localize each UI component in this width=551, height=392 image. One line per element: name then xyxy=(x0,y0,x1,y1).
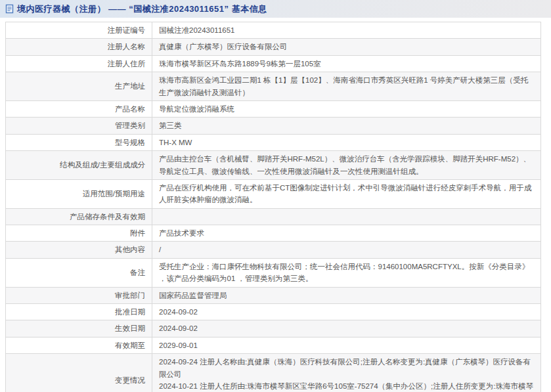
table-row: 产品名称 导航定位微波消融系统 xyxy=(6,100,541,117)
change-history-line-2: 2024-10-21 注册人住所由:珠海市横琴新区宝华路6号105室-75274… xyxy=(159,380,534,392)
row-label-approval-department: 审批部门 xyxy=(6,287,152,303)
row-label-cert-number: 注册证编号 xyxy=(6,22,152,39)
row-label-model-spec: 型号规格 xyxy=(6,134,152,150)
row-value-product-name: 导航定位微波消融系统 xyxy=(152,100,541,117)
row-value-other-content: / xyxy=(152,242,541,258)
row-label-effective-date: 生效日期 xyxy=(6,320,152,337)
page-title: 境内医疗器械（注册） —— “国械注准20243011651” 基本信息 xyxy=(17,3,267,15)
table-row: 附件 产品技术要求 xyxy=(6,225,541,242)
table-row: 生效日期 2024-09-02 xyxy=(6,320,541,337)
table-row: 适用范围/预期用途 产品在医疗机构使用，可在术前基于CT图像制定进针计划，术中引… xyxy=(6,179,541,208)
table-row: 备注 受托生产企业：海口康怀生物科技有限公司；统一社会信用代码：91460100… xyxy=(6,258,541,287)
row-value-remarks: 受托生产企业：海口康怀生物科技有限公司；统一社会信用代码：91460100MA5… xyxy=(152,258,541,287)
row-label-remarks: 备注 xyxy=(6,258,152,287)
registration-info-table: 注册证编号 国械注准20243011651 注册人名称 真健康（广东横琴）医疗设… xyxy=(5,22,541,392)
row-value-intended-use: 产品在医疗机构使用，可在术前基于CT图像制定进针计划，术中引导微波消融针进行经皮… xyxy=(152,179,541,208)
table-row: 审批部门 国家药品监督管理局 xyxy=(6,287,541,303)
row-label-production-address: 生产地址 xyxy=(6,72,152,101)
row-label-expiry-date: 有效期至 xyxy=(6,337,152,353)
row-value-management-class: 第三类 xyxy=(152,118,541,134)
row-label-attachment: 附件 xyxy=(6,225,152,242)
row-value-approval-date: 2024-09-02 xyxy=(152,304,541,320)
row-value-registrant-address: 珠海市横琴新区环岛东路1889号9栋第一层105室 xyxy=(152,55,541,72)
row-label-change-history: 变更情况 xyxy=(6,354,152,392)
row-label-registrant-address: 注册人住所 xyxy=(6,55,152,72)
row-value-approval-department: 国家药品监督管理局 xyxy=(152,287,541,303)
row-label-approval-date: 批准日期 xyxy=(6,304,152,320)
row-value-cert-number: 国械注准20243011651 xyxy=(152,22,541,39)
row-value-structure-composition: 产品由主控台车（含机械臂、脚踏开关HRF-M52L）、微波治疗台车（含光学跟踪模… xyxy=(152,151,541,180)
change-history-line-1: 2024-09-24 注册人名称由:真健康（珠海）医疗科技有限公司;注册人名称变… xyxy=(159,356,534,380)
row-label-storage-conditions: 产品储存条件及有效期 xyxy=(6,208,152,225)
row-value-effective-date: 2024-09-02 xyxy=(152,320,541,337)
table-row: 产品储存条件及有效期 xyxy=(6,208,541,225)
row-label-management-class: 管理类别 xyxy=(6,118,152,134)
table-row: 生产地址 珠海市高新区金鸿工业园二期1 栋【1】层【102】、海南省海口市秀英区… xyxy=(6,72,541,101)
row-label-intended-use: 适用范围/预期用途 xyxy=(6,179,152,208)
table-row: 有效期至 2029-09-01 xyxy=(6,337,541,353)
table-row: 批准日期 2024-09-02 xyxy=(6,304,541,320)
row-value-registrant-name: 真健康（广东横琴）医疗设备有限公司 xyxy=(152,39,541,55)
table-row: 其他内容 / xyxy=(6,242,541,258)
row-label-product-name: 产品名称 xyxy=(6,100,152,117)
row-label-structure-composition: 结构及组成/主要组成成分 xyxy=(6,151,152,180)
row-value-production-address: 珠海市高新区金鸿工业园二期1 栋【1】层【102】、海南省海口市秀英区兴旺路1 … xyxy=(152,72,541,101)
table-row: 变更情况 2024-09-24 注册人名称由:真健康（珠海）医疗科技有限公司;注… xyxy=(6,354,541,392)
row-value-attachment: 产品技术要求 xyxy=(152,225,541,242)
row-value-model-spec: TH-X MW xyxy=(152,134,541,150)
row-value-storage-conditions xyxy=(152,208,541,225)
row-label-other-content: 其他内容 xyxy=(6,242,152,258)
row-label-registrant-name: 注册人名称 xyxy=(6,39,152,55)
row-value-expiry-date: 2029-09-01 xyxy=(152,337,541,353)
table-row: 型号规格 TH-X MW xyxy=(6,134,541,150)
row-value-change-history: 2024-09-24 注册人名称由:真健康（珠海）医疗科技有限公司;注册人名称变… xyxy=(152,354,541,392)
table-row: 注册证编号 国械注准20243011651 xyxy=(6,22,541,39)
table-row: 结构及组成/主要组成成分 产品由主控台车（含机械臂、脚踏开关HRF-M52L）、… xyxy=(6,151,541,180)
page-header: 境内医疗器械（注册） —— “国械注准20243011651” 基本信息 xyxy=(0,0,551,18)
table-row: 注册人名称 真健康（广东横琴）医疗设备有限公司 xyxy=(6,39,541,55)
document-icon xyxy=(5,4,14,14)
table-row: 注册人住所 珠海市横琴新区环岛东路1889号9栋第一层105室 xyxy=(6,55,541,72)
table-row: 管理类别 第三类 xyxy=(6,118,541,134)
